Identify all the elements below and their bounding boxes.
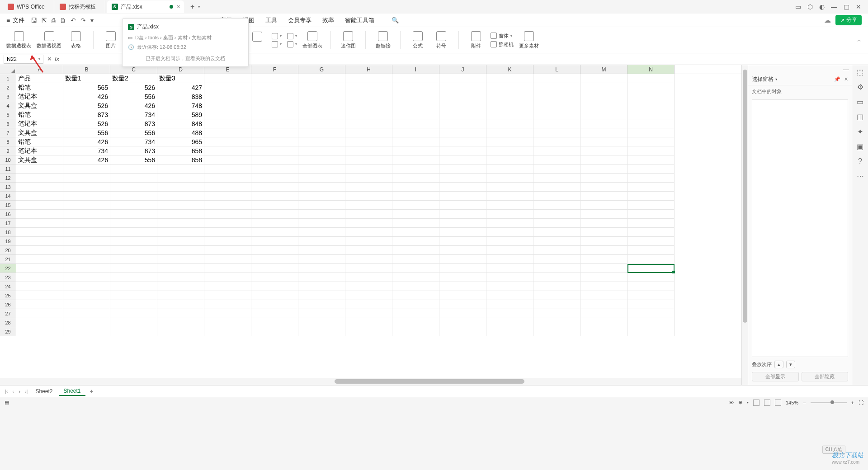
row-header-18[interactable]: 18 (0, 228, 16, 237)
cell[interactable] (16, 228, 63, 237)
cell[interactable] (298, 237, 345, 246)
cell[interactable] (110, 201, 157, 210)
cell[interactable] (16, 291, 63, 300)
cell[interactable] (580, 155, 627, 164)
cell[interactable] (486, 119, 533, 128)
cell[interactable] (251, 300, 298, 309)
cell[interactable] (627, 155, 675, 164)
cell[interactable] (392, 155, 439, 164)
cell[interactable] (533, 183, 580, 192)
cell[interactable] (298, 110, 345, 119)
cancel-formula-icon[interactable]: ✕ (47, 56, 52, 62)
cell[interactable] (157, 201, 204, 210)
cell[interactable] (16, 309, 63, 318)
cell[interactable] (392, 83, 439, 92)
cell[interactable] (298, 119, 345, 128)
cell[interactable] (580, 83, 627, 92)
cell[interactable] (298, 273, 345, 282)
app-tab-template[interactable]: 找稻壳模板 (54, 0, 105, 13)
cell[interactable] (627, 183, 675, 192)
cell[interactable]: 426 (63, 155, 110, 164)
cell[interactable] (580, 237, 627, 246)
cell[interactable] (157, 282, 204, 291)
cell[interactable] (345, 291, 392, 300)
cell[interactable] (157, 246, 204, 255)
rail-layout-icon[interactable]: ▭ (857, 98, 863, 106)
cell[interactable] (251, 318, 298, 327)
cell[interactable] (392, 210, 439, 219)
cell[interactable] (533, 74, 580, 83)
cell[interactable]: 565 (63, 83, 110, 92)
cell[interactable] (627, 255, 675, 264)
cell[interactable] (16, 210, 63, 219)
cell[interactable] (439, 318, 486, 327)
cell[interactable] (251, 291, 298, 300)
cell[interactable] (580, 192, 627, 201)
cell[interactable] (345, 210, 392, 219)
cell[interactable] (533, 318, 580, 327)
cell[interactable] (345, 119, 392, 128)
cell[interactable] (486, 273, 533, 282)
cell[interactable] (298, 164, 345, 174)
cell[interactable] (486, 128, 533, 137)
view-page-icon[interactable] (764, 400, 770, 406)
cell[interactable] (580, 110, 627, 119)
window-maximize-icon[interactable]: ▢ (844, 3, 849, 10)
sheet-prev-icon[interactable]: ‹ (11, 389, 16, 394)
col-header-L[interactable]: L (533, 65, 580, 74)
cell[interactable] (392, 219, 439, 228)
hide-all-button[interactable]: 全部隐藏 (802, 372, 849, 381)
cell[interactable]: 文具盒 (16, 155, 63, 164)
cell[interactable] (486, 210, 533, 219)
panel-pin-icon[interactable]: 📌 (834, 76, 840, 82)
cell[interactable]: 数量1 (63, 74, 110, 83)
name-box-dropdown-icon[interactable]: ▾ (38, 57, 40, 61)
cell[interactable] (486, 146, 533, 155)
cell[interactable] (63, 255, 110, 264)
cell[interactable] (251, 183, 298, 192)
cell[interactable] (486, 282, 533, 291)
cell[interactable]: 产品 (16, 74, 63, 83)
cell[interactable]: 427 (157, 83, 204, 92)
cell[interactable] (251, 246, 298, 255)
row-header-2[interactable]: 2 (0, 83, 16, 92)
cell[interactable] (533, 228, 580, 237)
cell[interactable] (533, 264, 580, 273)
cell[interactable] (298, 155, 345, 164)
cell[interactable] (63, 246, 110, 255)
cell[interactable] (298, 318, 345, 327)
cell[interactable] (63, 309, 110, 318)
sparkline-button[interactable]: 迷你图 (339, 31, 357, 49)
cell[interactable] (345, 174, 392, 183)
cell[interactable] (439, 164, 486, 174)
cell[interactable] (251, 110, 298, 119)
cell[interactable] (298, 228, 345, 237)
cell[interactable] (392, 327, 439, 336)
cell[interactable] (486, 201, 533, 210)
cell[interactable] (63, 174, 110, 183)
cell[interactable]: 铅笔 (16, 83, 63, 92)
cell[interactable] (627, 246, 675, 255)
cell[interactable] (533, 164, 580, 174)
cell[interactable] (251, 255, 298, 264)
cell[interactable] (251, 309, 298, 318)
vscroll[interactable] (741, 65, 748, 385)
zoom-in-icon[interactable]: + (851, 400, 854, 405)
cell[interactable] (533, 137, 580, 146)
cell[interactable] (627, 146, 675, 155)
ribbon-collapse-icon[interactable]: ︿ (857, 37, 862, 43)
cell[interactable] (392, 101, 439, 110)
cell[interactable] (627, 128, 675, 137)
cell[interactable] (251, 146, 298, 155)
cell[interactable] (16, 174, 63, 183)
cell[interactable] (204, 101, 251, 110)
table-button[interactable]: 表格 (67, 31, 85, 49)
cell[interactable] (580, 309, 627, 318)
cell[interactable] (533, 210, 580, 219)
cell[interactable] (439, 291, 486, 300)
cell[interactable] (110, 192, 157, 201)
cell[interactable] (627, 273, 675, 282)
cell[interactable] (110, 318, 157, 327)
row-header-8[interactable]: 8 (0, 137, 16, 146)
cell[interactable] (533, 327, 580, 336)
